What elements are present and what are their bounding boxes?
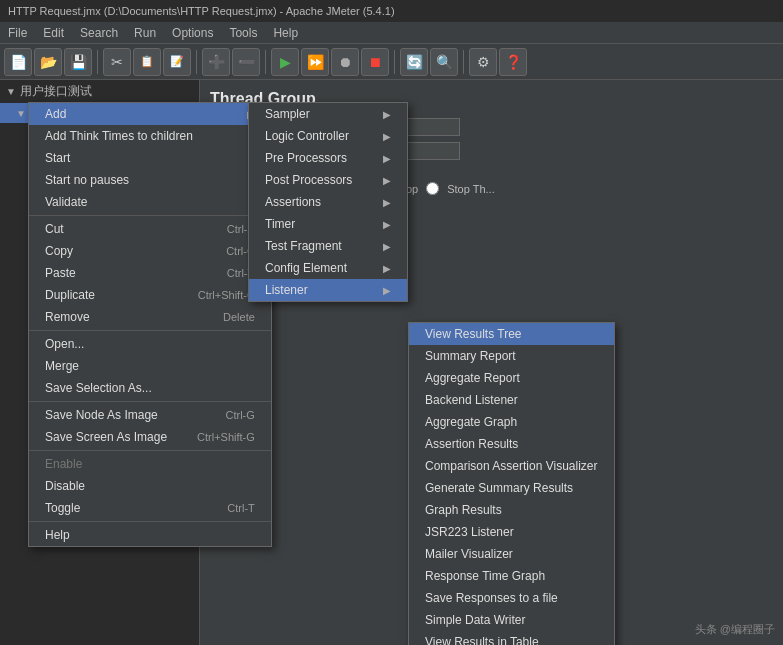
ctx-start-label: Start xyxy=(45,151,70,165)
ctx-response-time-label: Response Time Graph xyxy=(425,569,545,583)
toolbar-save[interactable]: 💾 xyxy=(64,48,92,76)
ctx-sep1 xyxy=(29,215,271,216)
ctx-graph-results[interactable]: Graph Results xyxy=(409,499,614,521)
tree-item-root[interactable]: ▼ 用户接口测试 xyxy=(0,80,199,103)
ctx-start[interactable]: Start xyxy=(29,147,271,169)
ctx-generate-summary[interactable]: Generate Summary Results xyxy=(409,477,614,499)
ctx-config-element[interactable]: Config Element ▶ xyxy=(249,257,407,279)
ctx-assertions[interactable]: Assertions ▶ xyxy=(249,191,407,213)
toolbar-cut[interactable]: ✂ xyxy=(103,48,131,76)
ctx-view-results-tree[interactable]: View Results Tree xyxy=(409,323,614,345)
ctx-aggregate-graph[interactable]: Aggregate Graph xyxy=(409,411,614,433)
ctx-save-screen-image[interactable]: Save Screen As Image Ctrl+Shift-G xyxy=(29,426,271,448)
ctx-cut-label: Cut xyxy=(45,222,64,236)
toolbar-record[interactable]: ⏺ xyxy=(331,48,359,76)
ctx-test-fragment[interactable]: Test Fragment ▶ xyxy=(249,235,407,257)
toolbar-play-nopauses[interactable]: ⏩ xyxy=(301,48,329,76)
ctx-add-think-times[interactable]: Add Think Times to children xyxy=(29,125,271,147)
toolbar-collapse[interactable]: ➖ xyxy=(232,48,260,76)
ctx-add[interactable]: Add ▶ xyxy=(29,103,271,125)
toolbar-sep5 xyxy=(463,50,464,74)
ctx-comparison-label: Comparison Assertion Visualizer xyxy=(425,459,598,473)
ctx-disable[interactable]: Disable xyxy=(29,475,271,497)
menu-search[interactable]: Search xyxy=(72,22,126,43)
ctx-duplicate-shortcut: Ctrl+Shift-C xyxy=(198,289,255,301)
ctx-view-results-table-label: View Results in Table xyxy=(425,635,539,645)
toolbar-paste[interactable]: 📝 xyxy=(163,48,191,76)
ctx-cut[interactable]: Cut Ctrl-X xyxy=(29,218,271,240)
radio-stop[interactable] xyxy=(426,182,439,195)
toolbar-search[interactable]: 🔍 xyxy=(430,48,458,76)
ctx-save-selection[interactable]: Save Selection As... xyxy=(29,377,271,399)
tree-label-root: 用户接口测试 xyxy=(20,83,92,100)
menu-tools[interactable]: Tools xyxy=(221,22,265,43)
ctx-copy[interactable]: Copy Ctrl-C xyxy=(29,240,271,262)
ctx-start-no-pauses-label: Start no pauses xyxy=(45,173,129,187)
ctx-post-processors[interactable]: Post Processors ▶ xyxy=(249,169,407,191)
toolbar-play[interactable]: ▶ xyxy=(271,48,299,76)
ctx-timer-arrow: ▶ xyxy=(383,219,391,230)
ctx-duplicate-label: Duplicate xyxy=(45,288,95,302)
ctx-simple-data-writer[interactable]: Simple Data Writer xyxy=(409,609,614,631)
ctx-assertion-results-label: Assertion Results xyxy=(425,437,518,451)
ctx-backend-listener[interactable]: Backend Listener xyxy=(409,389,614,411)
toolbar-stop[interactable]: ⏹ xyxy=(361,48,389,76)
watermark: 头条 @编程圈子 xyxy=(695,622,775,637)
toolbar-settings[interactable]: ⚙ xyxy=(469,48,497,76)
ctx-response-time-graph[interactable]: Response Time Graph xyxy=(409,565,614,587)
ctx-view-results-table[interactable]: View Results in Table xyxy=(409,631,614,645)
ctx-toggle[interactable]: Toggle Ctrl-T xyxy=(29,497,271,519)
ctx-save-screen-shortcut: Ctrl+Shift-G xyxy=(197,431,255,443)
ctx-merge[interactable]: Merge xyxy=(29,355,271,377)
submenu-add: Sampler ▶ Logic Controller ▶ Pre Process… xyxy=(248,102,408,302)
toolbar-expand[interactable]: ➕ xyxy=(202,48,230,76)
ctx-config-label: Config Element xyxy=(265,261,347,275)
toolbar-help[interactable]: ❓ xyxy=(499,48,527,76)
menu-help[interactable]: Help xyxy=(265,22,306,43)
toolbar-open[interactable]: 📂 xyxy=(34,48,62,76)
menu-run[interactable]: Run xyxy=(126,22,164,43)
ctx-toggle-shortcut: Ctrl-T xyxy=(227,502,255,514)
menu-edit[interactable]: Edit xyxy=(35,22,72,43)
ctx-pre-processors[interactable]: Pre Processors ▶ xyxy=(249,147,407,169)
ctx-comparison-assertion-visualizer[interactable]: Comparison Assertion Visualizer xyxy=(409,455,614,477)
ctx-test-fragment-label: Test Fragment xyxy=(265,239,342,253)
ctx-start-no-pauses[interactable]: Start no pauses xyxy=(29,169,271,191)
ctx-listener[interactable]: Listener ▶ xyxy=(249,279,407,301)
ctx-remove[interactable]: Remove Delete xyxy=(29,306,271,328)
toolbar: 📄 📂 💾 ✂ 📋 📝 ➕ ➖ ▶ ⏩ ⏺ ⏹ 🔄 🔍 ⚙ ❓ xyxy=(0,44,783,80)
ctx-mailer-label: Mailer Visualizer xyxy=(425,547,513,561)
title-text: HTTP Request.jmx (D:\Documents\HTTP Requ… xyxy=(8,5,395,17)
toolbar-remote[interactable]: 🔄 xyxy=(400,48,428,76)
ctx-save-responses[interactable]: Save Responses to a file xyxy=(409,587,614,609)
ctx-duplicate[interactable]: Duplicate Ctrl+Shift-C xyxy=(29,284,271,306)
ctx-assertion-results[interactable]: Assertion Results xyxy=(409,433,614,455)
menu-file[interactable]: File xyxy=(0,22,35,43)
ctx-merge-label: Merge xyxy=(45,359,79,373)
ctx-graph-results-label: Graph Results xyxy=(425,503,502,517)
ctx-aggregate-report[interactable]: Aggregate Report xyxy=(409,367,614,389)
toolbar-sep3 xyxy=(265,50,266,74)
ctx-logic-controller[interactable]: Logic Controller ▶ xyxy=(249,125,407,147)
ctx-save-node-image-label: Save Node As Image xyxy=(45,408,158,422)
ctx-remove-label: Remove xyxy=(45,310,90,324)
ctx-validate[interactable]: Validate xyxy=(29,191,271,213)
ctx-summary-report[interactable]: Summary Report xyxy=(409,345,614,367)
ctx-timer[interactable]: Timer ▶ xyxy=(249,213,407,235)
toolbar-copy[interactable]: 📋 xyxy=(133,48,161,76)
ctx-mailer-visualizer[interactable]: Mailer Visualizer xyxy=(409,543,614,565)
toolbar-sep1 xyxy=(97,50,98,74)
ctx-aggregate-report-label: Aggregate Report xyxy=(425,371,520,385)
ctx-jsr223-listener[interactable]: JSR223 Listener xyxy=(409,521,614,543)
ctx-save-node-image[interactable]: Save Node As Image Ctrl-G xyxy=(29,404,271,426)
ctx-help[interactable]: Help xyxy=(29,524,271,546)
ctx-sep2 xyxy=(29,330,271,331)
menu-options[interactable]: Options xyxy=(164,22,221,43)
ctx-sampler[interactable]: Sampler ▶ xyxy=(249,103,407,125)
ctx-paste[interactable]: Paste Ctrl-V xyxy=(29,262,271,284)
ctx-save-node-shortcut: Ctrl-G xyxy=(226,409,255,421)
ctx-test-fragment-arrow: ▶ xyxy=(383,241,391,252)
ctx-sep4 xyxy=(29,450,271,451)
ctx-open[interactable]: Open... xyxy=(29,333,271,355)
toolbar-new[interactable]: 📄 xyxy=(4,48,32,76)
